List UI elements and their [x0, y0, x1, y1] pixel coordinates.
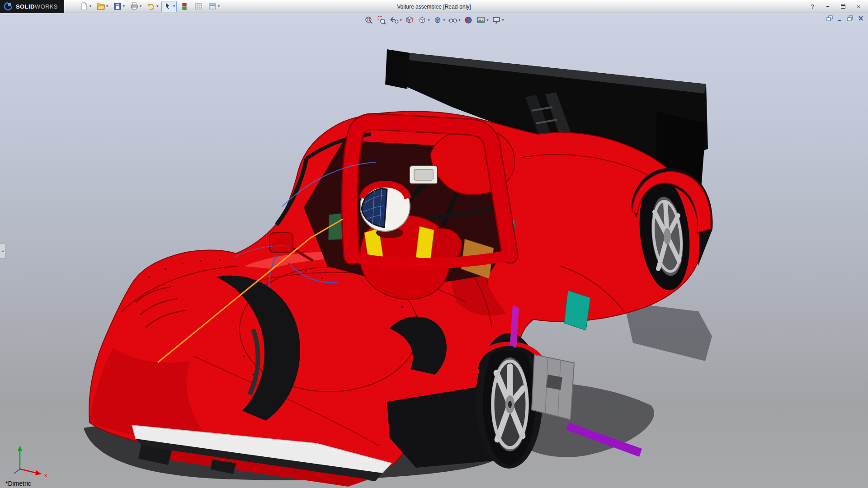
dropdown-caret[interactable]: ▾	[443, 19, 445, 22]
reference-triad: x	[6, 442, 52, 478]
triad-z-axis	[14, 469, 20, 474]
help-button[interactable]: ?	[808, 2, 816, 10]
open-button[interactable]: ▾	[94, 1, 110, 12]
dropdown-caret[interactable]: ▾	[156, 5, 158, 8]
view-settings-button[interactable]: ▾	[491, 14, 505, 26]
hide-show-items-icon	[448, 15, 458, 25]
dropdown-caret[interactable]: ▾	[428, 19, 429, 22]
apply-scene-button[interactable]: ▾	[476, 14, 490, 26]
zoom-to-fit-button[interactable]	[363, 14, 374, 26]
previous-view-icon	[389, 15, 399, 25]
undo-button[interactable]: ▾	[145, 1, 160, 12]
graphics-viewport[interactable]: ▾ ▾ ▾ ▾	[0, 13, 868, 488]
title-bar: SOLIDWORKS ▾ ▾ ▾	[0, 0, 868, 13]
window-controls: ? − ×	[808, 2, 868, 10]
view-settings-icon	[492, 15, 501, 25]
minimize-document-icon	[836, 15, 844, 22]
display-style-icon	[433, 15, 442, 25]
dropdown-caret[interactable]: ▾	[487, 19, 489, 22]
close-button[interactable]: ×	[854, 2, 863, 10]
camera-pod-inner	[414, 169, 433, 180]
section-view-button[interactable]	[404, 14, 415, 26]
save-icon	[113, 2, 122, 11]
select-button[interactable]: ▾	[161, 1, 177, 12]
dropdown-caret[interactable]: ▾	[140, 5, 142, 8]
dropdown-caret[interactable]: ▾	[459, 19, 461, 22]
section-view-icon	[405, 15, 414, 25]
sketch-grid-icon	[194, 2, 203, 11]
print-icon	[130, 2, 139, 11]
open-folder-icon	[96, 2, 105, 11]
rocker-panel[interactable]	[532, 355, 574, 420]
previous-view-button[interactable]: ▾	[388, 14, 402, 26]
zoom-to-area-icon	[377, 15, 386, 25]
maximize-button[interactable]	[839, 2, 847, 10]
zoom-to-area-button[interactable]	[376, 14, 387, 26]
new-document-icon	[80, 2, 89, 11]
restore-document-icon	[847, 15, 854, 22]
restore-document-button[interactable]	[847, 15, 854, 22]
3ds-logo-icon	[4, 2, 13, 11]
dropdown-caret[interactable]: ▾	[173, 5, 175, 8]
zoom-to-fit-icon	[364, 15, 373, 25]
display-style-button[interactable]: ▾	[432, 14, 446, 26]
cascade-window-button[interactable]	[826, 15, 833, 22]
dropdown-caret[interactable]: ▾	[218, 5, 220, 8]
apply-scene-icon	[476, 15, 486, 25]
dropdown-caret[interactable]: ▾	[400, 19, 401, 22]
display-toggle-icon	[180, 2, 189, 11]
minimize-button[interactable]: −	[824, 2, 832, 10]
save-button[interactable]: ▾	[111, 1, 127, 12]
sketch-grid-button[interactable]	[192, 1, 205, 12]
options-button[interactable]: ▾	[206, 1, 222, 12]
dropdown-caret[interactable]: ▾	[106, 5, 108, 8]
dropdown-caret[interactable]: ▾	[90, 5, 91, 8]
cascade-window-icon	[826, 15, 833, 22]
close-document-icon	[857, 15, 864, 22]
undo-icon	[146, 2, 156, 11]
logo-text: SOLIDWORKS	[16, 3, 58, 10]
edit-appearance-icon	[464, 15, 473, 25]
hide-show-items-button[interactable]: ▾	[448, 14, 462, 26]
feature-pane-collapse-tab[interactable]: ◂	[0, 243, 5, 258]
display-toggle-button[interactable]	[178, 1, 191, 12]
edit-appearance-button[interactable]	[463, 14, 474, 26]
document-window-controls	[826, 15, 864, 22]
triad-x-axis	[35, 470, 42, 475]
model-3d-view[interactable]	[0, 13, 868, 488]
options-icon	[208, 2, 217, 11]
minimize-document-button[interactable]	[836, 15, 844, 22]
orientation-label: *Dimetric	[5, 480, 31, 487]
close-document-button[interactable]	[857, 15, 864, 22]
view-orientation-icon	[417, 15, 427, 25]
new-document-button[interactable]: ▾	[78, 1, 93, 12]
select-cursor-icon	[163, 2, 172, 11]
dropdown-caret[interactable]: ▾	[123, 5, 125, 8]
maximize-icon	[841, 5, 845, 9]
solidworks-logo: SOLIDWORKS	[0, 0, 64, 13]
view-orientation-button[interactable]: ▾	[416, 14, 430, 26]
triad-x-label: x	[44, 472, 47, 478]
print-button[interactable]: ▾	[128, 1, 143, 12]
triad-y-axis	[18, 446, 22, 451]
dropdown-caret[interactable]: ▾	[502, 19, 504, 22]
heads-up-view-toolbar: ▾ ▾ ▾ ▾	[363, 14, 505, 26]
main-toolbar: ▾ ▾ ▾ ▾ ▾	[78, 1, 222, 12]
